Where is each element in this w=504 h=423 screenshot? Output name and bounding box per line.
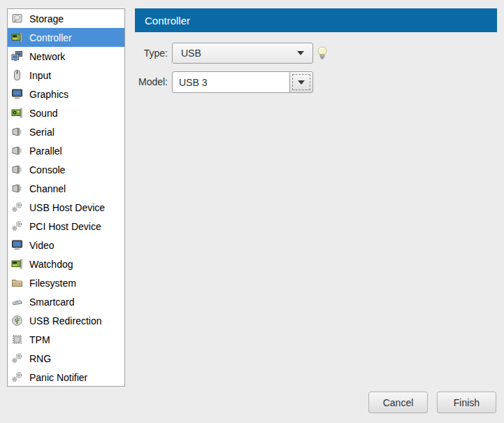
sidebar-item-smartcard[interactable]: Smartcard	[8, 292, 124, 311]
sidebar-item-channel[interactable]: Channel	[8, 179, 124, 198]
gears-icon	[11, 220, 23, 232]
sidebar-item-graphics[interactable]: Graphics	[8, 85, 124, 103]
cancel-button[interactable]: Cancel	[368, 392, 428, 413]
type-combobox[interactable]: USB	[172, 43, 313, 64]
sidebar-item-label: Console	[29, 164, 65, 175]
sidebar-item-label: RNG	[29, 353, 51, 364]
serial-port-icon	[11, 182, 23, 194]
sidebar-item-label: Video	[29, 240, 55, 251]
model-input[interactable]	[172, 71, 290, 93]
sidebar-item-network[interactable]: Network	[8, 47, 124, 66]
folder-icon	[11, 277, 23, 289]
sidebar-item-tpm[interactable]: TPM	[8, 330, 124, 349]
sidebar-item-watchdog[interactable]: Watchdog	[8, 254, 124, 273]
sidebar-item-label: USB Host Device	[29, 202, 105, 213]
page-header: Controller	[135, 8, 497, 32]
sidebar-item-usb-redirection[interactable]: USB Redirection	[8, 311, 124, 330]
sidebar-item-video[interactable]: Video	[8, 236, 124, 254]
hardware-type-list: StorageControllerNetworkInputGraphicsSou…	[7, 8, 125, 387]
sidebar-item-label: Graphics	[29, 89, 69, 100]
mouse-icon	[11, 69, 23, 81]
type-label: Type:	[128, 43, 168, 64]
sidebar-item-label: Input	[29, 70, 51, 81]
sidebar-item-label: Serial	[29, 127, 55, 138]
gears-icon	[11, 201, 23, 213]
sidebar-item-rng[interactable]: RNG	[8, 349, 124, 368]
sidebar-item-label: Channel	[29, 183, 66, 194]
usb-icon	[11, 315, 23, 327]
focus-ring	[292, 74, 310, 90]
sidebar-item-serial[interactable]: Serial	[8, 122, 124, 141]
sidebar-item-label: Smartcard	[29, 296, 75, 308]
sidebar-item-label: Watchdog	[29, 259, 73, 270]
sidebar-item-console[interactable]: Console	[8, 160, 124, 179]
sidebar-item-label: PCI Host Device	[29, 221, 101, 232]
sidebar-item-label: Storage	[29, 13, 64, 24]
lightbulb-icon	[316, 45, 329, 61]
gears-icon	[11, 352, 23, 364]
sidebar-item-sound[interactable]: Sound	[8, 103, 124, 122]
sidebar-item-label: Sound	[29, 108, 57, 119]
sidebar-item-parallel[interactable]: Parallel	[8, 141, 124, 160]
sidebar-item-label: USB Redirection	[29, 315, 102, 327]
chevron-down-icon	[297, 51, 304, 55]
gears-icon	[11, 371, 23, 383]
controller-icon	[11, 258, 23, 270]
sidebar-item-controller[interactable]: Controller	[8, 28, 124, 47]
sidebar-item-input[interactable]: Input	[8, 66, 124, 85]
chip-icon	[11, 334, 23, 345]
controller-icon	[11, 31, 23, 43]
sidebar-item-label: Parallel	[29, 145, 62, 157]
sidebar-item-usb-host-device[interactable]: USB Host Device	[8, 198, 124, 217]
sidebar-item-panic-notifier[interactable]: Panic Notifier	[8, 368, 124, 387]
page-title: Controller	[145, 15, 190, 27]
sidebar-item-label: TPM	[29, 334, 50, 345]
type-combobox-value: USB	[181, 48, 201, 59]
model-dropdown-button[interactable]	[289, 71, 313, 93]
sidebar-item-label: Filesystem	[29, 278, 76, 289]
monitor-icon	[11, 88, 23, 100]
model-label: Model:	[128, 71, 168, 93]
finish-button[interactable]: Finish	[437, 392, 496, 413]
smartcard-icon	[11, 296, 23, 308]
sidebar-item-label: Controller	[29, 32, 72, 43]
network-icon	[11, 50, 23, 62]
storage-icon	[11, 13, 23, 24]
sidebar-item-label: Network	[29, 51, 65, 62]
sidebar-item-pci-host-device[interactable]: PCI Host Device	[8, 217, 124, 236]
sidebar-item-label: Panic Notifier	[29, 372, 87, 383]
serial-port-icon	[11, 126, 23, 138]
soundcard-icon	[11, 107, 23, 119]
monitor-icon	[11, 239, 23, 251]
serial-port-icon	[11, 164, 23, 175]
chevron-down-icon	[298, 80, 305, 85]
serial-port-icon	[11, 145, 23, 157]
sidebar-item-storage[interactable]: Storage	[8, 9, 124, 28]
sidebar-item-filesystem[interactable]: Filesystem	[8, 273, 124, 292]
